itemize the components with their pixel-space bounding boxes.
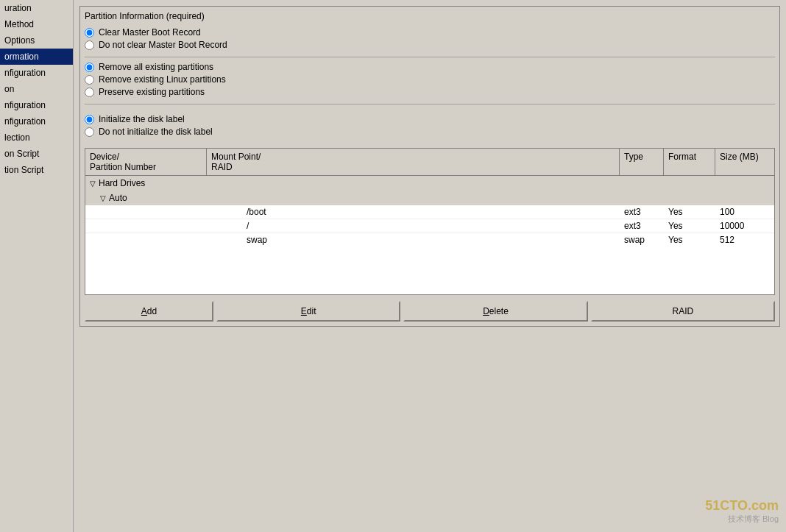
delete-button-label: Delete [483, 306, 509, 316]
edit-button-label: Edit [301, 306, 316, 316]
sidebar-item-on-script[interactable]: on Script [0, 146, 73, 162]
cell-format-1: Yes [664, 205, 715, 219]
label-init-disk: Initialize the disk label [99, 114, 185, 124]
partition-table: Device/Partition Number Mount Point/RAID… [85, 148, 775, 295]
sidebar-item-tion-script[interactable]: tion Script [0, 162, 73, 178]
tree-hard-drives[interactable]: ▽ Hard Drives [85, 176, 774, 191]
radio-no-clear-mbr[interactable] [85, 40, 94, 50]
table-row: /boot ext3 Yes 100 [85, 205, 774, 219]
radio-row-preserve[interactable]: Preserve existing partitions [85, 87, 775, 97]
watermark-line2: 技术博客 Blog [705, 514, 779, 525]
radio-row-remove-all[interactable]: Remove all existing partitions [85, 62, 775, 72]
sidebar-item-information[interactable]: ormation [0, 49, 73, 65]
sidebar-item-configuration2[interactable]: nfiguration [0, 65, 73, 81]
table-row: / ext3 Yes 10000 [85, 219, 774, 233]
partition-panel: Partition Information (required) Clear M… [79, 6, 780, 327]
add-button-label: Add [141, 306, 157, 316]
tree-auto[interactable]: ▽ Auto [85, 191, 774, 205]
radio-row-init-disk[interactable]: Initialize the disk label [85, 114, 775, 124]
cell-device-3 [121, 233, 242, 247]
radio-init-disk[interactable] [85, 115, 94, 124]
sidebar-item-method[interactable]: Method [0, 16, 73, 32]
watermark: 51CTO.com 技术博客 Blog [705, 498, 779, 525]
radio-no-init-disk[interactable] [85, 127, 94, 137]
auto-label: Auto [109, 193, 127, 203]
cell-size-2: 10000 [715, 219, 774, 233]
label-no-init-disk: Do not initialize the disk label [99, 127, 213, 137]
table-header: Device/Partition Number Mount Point/RAID… [85, 149, 774, 176]
th-device: Device/Partition Number [85, 149, 207, 175]
radio-preserve[interactable] [85, 88, 94, 97]
cell-format-3: Yes [664, 233, 715, 247]
label-remove-linux: Remove existing Linux partitions [99, 74, 226, 85]
sidebar-item-configuration4[interactable]: nfiguration [0, 113, 73, 130]
radio-row-no-clear-mbr[interactable]: Do not clear Master Boot Record [85, 40, 775, 50]
cell-type-3: swap [620, 233, 664, 247]
cell-mount-1: /boot [242, 205, 620, 219]
boot-record-group: Clear Master Boot Record Do not clear Ma… [85, 27, 775, 57]
label-clear-mbr: Clear Master Boot Record [99, 27, 201, 38]
th-mount: Mount Point/RAID [207, 149, 620, 175]
sidebar-item-options[interactable]: Options [0, 32, 73, 49]
hard-drives-label: Hard Drives [99, 178, 145, 188]
th-size: Size (MB) [715, 149, 774, 175]
cell-mount-3: swap [242, 233, 620, 247]
cell-type-2: ext3 [620, 219, 664, 233]
main-content: Partition Information (required) Clear M… [74, 0, 786, 532]
th-format: Format [664, 149, 715, 175]
edit-button[interactable]: Edit [216, 301, 400, 322]
raid-button[interactable]: RAID [591, 301, 775, 322]
label-remove-all: Remove all existing partitions [99, 62, 213, 72]
sidebar-item-configuration[interactable]: uration [0, 0, 73, 16]
radio-row-clear-mbr[interactable]: Clear Master Boot Record [85, 27, 775, 38]
cell-device-2 [121, 219, 242, 233]
label-preserve: Preserve existing partitions [99, 87, 205, 97]
radio-clear-mbr[interactable] [85, 28, 94, 38]
main-layout: uration Method Options ormation nfigurat… [0, 0, 786, 532]
sidebar: uration Method Options ormation nfigurat… [0, 0, 74, 532]
th-type: Type [620, 149, 664, 175]
label-no-clear-mbr: Do not clear Master Boot Record [99, 40, 227, 50]
disk-label-group: Initialize the disk label Do not initial… [85, 109, 775, 142]
panel-title: Partition Information (required) [85, 11, 775, 21]
cell-mount-2: / [242, 219, 620, 233]
raid-button-label: RAID [672, 306, 693, 316]
collapse-icon: ▽ [90, 180, 96, 188]
radio-row-no-init-disk[interactable]: Do not initialize the disk label [85, 127, 775, 137]
table-row: swap swap Yes 512 [85, 233, 774, 247]
cell-format-2: Yes [664, 219, 715, 233]
sidebar-item-selection[interactable]: lection [0, 130, 73, 146]
sidebar-item-on[interactable]: on [0, 81, 73, 97]
cell-size-3: 512 [715, 233, 774, 247]
cell-device-1 [121, 205, 242, 219]
radio-row-remove-linux[interactable]: Remove existing Linux partitions [85, 74, 775, 85]
radio-remove-linux[interactable] [85, 75, 94, 85]
delete-button[interactable]: Delete [403, 301, 587, 322]
watermark-line1: 51CTO.com [705, 498, 779, 514]
sidebar-item-configuration3[interactable]: nfiguration [0, 97, 73, 113]
partitions-group: Remove all existing partitions Remove ex… [85, 62, 775, 104]
cell-type-1: ext3 [620, 205, 664, 219]
add-button[interactable]: Add [85, 301, 213, 322]
radio-remove-all[interactable] [85, 63, 94, 72]
button-bar: Add Edit Delete RAID [85, 301, 775, 322]
table-body: ▽ Hard Drives ▽ Auto /boot ext3 Yes [85, 176, 774, 247]
cell-size-1: 100 [715, 205, 774, 219]
auto-collapse-icon: ▽ [100, 194, 106, 202]
